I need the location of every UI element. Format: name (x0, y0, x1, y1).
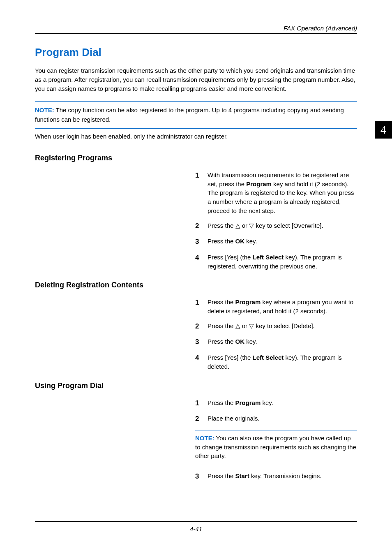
use-step-1: 1 Press the Program key. (195, 398, 357, 409)
step-number: 1 (195, 398, 208, 409)
step-text: Press [Yes] (the (208, 354, 253, 361)
step-text: key to select [Delete]. (254, 322, 315, 329)
step-number: 4 (195, 353, 208, 371)
register-step-1: 1 With transmission requirements to be r… (195, 171, 357, 215)
register-step-2: 2 Press the △ or ▽ key to select [Overwr… (195, 221, 357, 231)
down-triangle-icon: ▽ (249, 222, 254, 229)
intro-paragraph: You can register transmission requiremen… (35, 66, 357, 93)
use-step-3: 3 Press the Start key. Transmission begi… (195, 472, 357, 482)
step-text: key to select [Overwrite]. (254, 222, 323, 229)
step-number: 3 (195, 337, 208, 347)
page-title: Program Dial (35, 46, 357, 59)
header-section: FAX Operation (Advanced) (284, 25, 357, 32)
step-text: Place the originals. (208, 414, 357, 424)
up-triangle-icon: △ (235, 222, 240, 229)
step-number: 2 (195, 414, 208, 424)
step-number: 3 (195, 472, 208, 482)
step-text: Press the (208, 298, 235, 305)
step-text: Press the (208, 322, 235, 329)
delete-step-4: 4 Press [Yes] (the Left Select key). The… (195, 353, 357, 371)
note-line1: The copy function can be also registered… (35, 106, 344, 123)
step-text: key. Transmission begins. (249, 472, 322, 479)
step-number: 3 (195, 237, 208, 247)
step-number: 2 (195, 321, 208, 332)
down-triangle-icon: ▽ (249, 322, 254, 329)
note-line2: When user login has been enabled, only t… (35, 132, 357, 141)
step-number: 1 (195, 171, 208, 215)
heading-delete: Deleting Registration Contents (35, 281, 357, 289)
key-program: Program (235, 399, 261, 406)
step-text: Press the (208, 399, 235, 406)
delete-step-3: 3 Press the OK key. (195, 337, 357, 347)
heading-register: Registering Programs (35, 154, 357, 162)
page-number: 4-41 (0, 525, 392, 532)
top-note-block: NOTE: The copy function can be also regi… (35, 101, 357, 129)
up-triangle-icon: △ (235, 322, 240, 329)
step-text: Press the (208, 338, 235, 345)
key-program: Program (246, 180, 272, 187)
register-step-4: 4 Press [Yes] (the Left Select key). The… (195, 253, 357, 271)
key-start: Start (235, 472, 249, 479)
step-text: key. (244, 238, 257, 245)
chapter-badge: 4 (375, 121, 392, 139)
heading-use: Using Program Dial (35, 382, 357, 390)
key-left-select: Left Select (253, 354, 284, 361)
header-rule (35, 33, 357, 34)
step-number: 4 (195, 253, 208, 271)
delete-step-2: 2 Press the △ or ▽ key to select [Delete… (195, 321, 357, 332)
key-left-select: Left Select (253, 254, 284, 261)
step-number: 1 (195, 298, 208, 316)
key-ok: OK (235, 338, 245, 345)
step-text: Press [Yes] (the (208, 254, 253, 261)
step-text: Press the (208, 238, 235, 245)
step-number: 2 (195, 221, 208, 231)
step-text: or (240, 322, 249, 329)
note-label: NOTE: (35, 106, 54, 113)
use-step-2: 2 Place the originals. (195, 414, 357, 424)
step-text: key. (261, 399, 273, 406)
note-text: You can also use the program you have ca… (195, 435, 356, 460)
step-text: or (240, 222, 249, 229)
inner-note-block: NOTE: You can also use the program you h… (195, 430, 357, 464)
note-label: NOTE: (195, 435, 214, 442)
step-text: key. (244, 338, 257, 345)
delete-step-1: 1 Press the Program key where a program … (195, 298, 357, 316)
step-text: Press the (208, 222, 235, 229)
key-program: Program (235, 298, 261, 305)
key-ok: OK (235, 238, 245, 245)
step-text: Press the (208, 472, 235, 479)
register-step-3: 3 Press the OK key. (195, 237, 357, 247)
